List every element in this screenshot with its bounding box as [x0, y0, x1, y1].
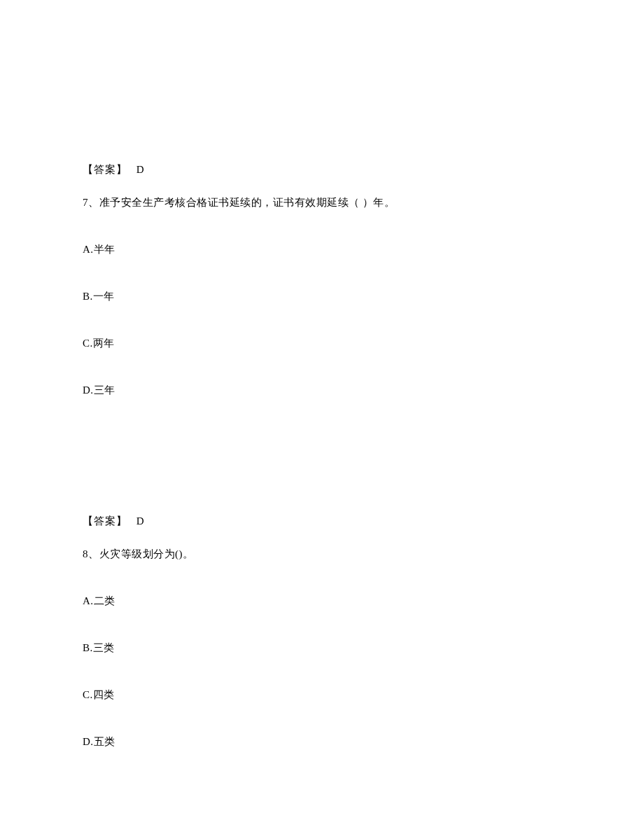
question-8: 8、火灾等级划分为()。 — [83, 548, 561, 561]
q8-option-a: A.二类 — [83, 595, 561, 608]
q7-option-b: B.一年 — [83, 290, 561, 303]
q8-option-c: C.四类 — [83, 688, 561, 702]
answer-letter-2: D — [136, 515, 145, 527]
q7-option-c: C.两年 — [83, 337, 561, 350]
answer-line-2: 【答案】 D — [83, 515, 561, 528]
answer-line-1: 【答案】 D — [83, 163, 561, 176]
answer-label-1: 【答案】 — [83, 164, 127, 175]
q8-option-b: B.三类 — [83, 641, 561, 655]
answer-letter-1: D — [136, 164, 145, 175]
document-page: 【答案】 D 7、准予安全生产考核合格证书延续的，证书有效期延续（ ）年。 A.… — [0, 0, 644, 749]
q8-option-d: D.五类 — [83, 735, 561, 749]
q7-option-a: A.半年 — [83, 243, 561, 256]
section-gap-1 — [83, 431, 561, 515]
q7-option-d: D.三年 — [83, 384, 561, 397]
question-7: 7、准予安全生产考核合格证书延续的，证书有效期延续（ ）年。 — [83, 196, 561, 209]
answer-label-2: 【答案】 — [83, 515, 127, 527]
